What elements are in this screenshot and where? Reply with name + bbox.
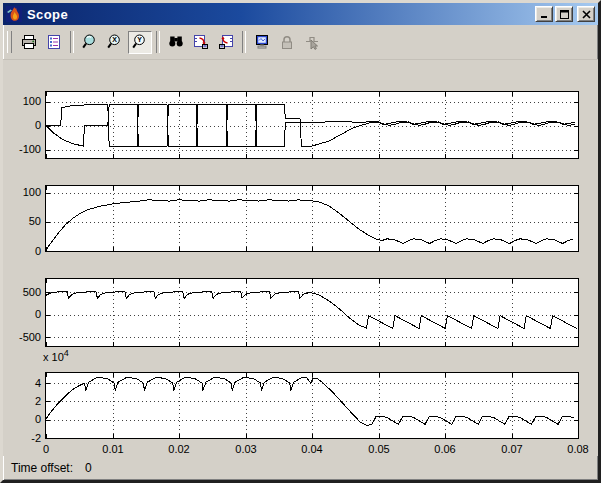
y-tick-label: 100 bbox=[3, 95, 41, 108]
save-axes-icon bbox=[192, 33, 210, 51]
x-tick-label: 0.02 bbox=[157, 443, 201, 456]
scope-axes-3[interactable] bbox=[45, 278, 579, 347]
maximize-icon bbox=[560, 10, 569, 19]
y-tick-label: -100 bbox=[3, 143, 41, 156]
simulink-scope-app-icon bbox=[6, 6, 22, 22]
y-tick-label: 100 bbox=[3, 186, 41, 199]
signal-trace bbox=[46, 105, 575, 147]
floating-scope-button[interactable] bbox=[250, 31, 274, 54]
time-offset-label: Time offset: bbox=[11, 461, 73, 475]
floating-scope-icon bbox=[253, 33, 271, 51]
signal-trace bbox=[46, 200, 573, 250]
zoom-x-icon: X bbox=[106, 33, 124, 51]
parameters-button[interactable] bbox=[42, 31, 66, 54]
plot-canvas bbox=[46, 279, 578, 346]
x-tick-label: 0.08 bbox=[556, 443, 598, 456]
y-tick-label: 0 bbox=[3, 245, 41, 258]
scope-axes-1[interactable] bbox=[45, 91, 579, 159]
svg-text:Y: Y bbox=[137, 36, 142, 43]
save-axes-button[interactable] bbox=[189, 31, 213, 54]
restore-axes-icon bbox=[217, 33, 235, 51]
y-tick-label: 2 bbox=[3, 395, 41, 408]
time-offset-value: 0 bbox=[85, 461, 92, 475]
window-title: Scope bbox=[25, 7, 530, 22]
zoom-y-button[interactable]: Y bbox=[128, 31, 152, 54]
y-tick-label: -500 bbox=[3, 331, 41, 344]
zoom-button[interactable] bbox=[78, 31, 102, 54]
x-tick-label: 0.05 bbox=[357, 443, 401, 456]
minimize-button[interactable] bbox=[535, 6, 553, 22]
signal-selection-icon bbox=[303, 33, 321, 51]
print-button[interactable] bbox=[17, 31, 41, 54]
y-tick-label: 4 bbox=[3, 377, 41, 390]
minimize-icon bbox=[540, 10, 549, 19]
binoculars-icon bbox=[167, 33, 185, 51]
x-tick-label: 0 bbox=[24, 443, 68, 456]
x-tick-label: 0.04 bbox=[290, 443, 334, 456]
signal-trace bbox=[46, 105, 575, 147]
toolbar: X Y bbox=[3, 25, 598, 60]
close-icon bbox=[582, 10, 591, 19]
window-controls bbox=[533, 6, 595, 22]
x-tick-label: 0.06 bbox=[423, 443, 467, 456]
y-tick-label: 500 bbox=[3, 286, 41, 299]
x-tick-label: 0.03 bbox=[224, 443, 268, 456]
lock-axes-button bbox=[275, 31, 299, 54]
toolbar-separator bbox=[242, 31, 246, 53]
lock-icon bbox=[278, 33, 296, 51]
x-tick-label: 0.07 bbox=[490, 443, 534, 456]
maximize-button[interactable] bbox=[555, 6, 573, 22]
x-tick-label: 0.01 bbox=[91, 443, 135, 456]
titlebar[interactable]: Scope bbox=[3, 3, 598, 25]
close-button[interactable] bbox=[577, 6, 595, 22]
zoom-y-icon: Y bbox=[131, 33, 149, 51]
plot-canvas bbox=[46, 373, 578, 438]
printer-icon bbox=[20, 33, 38, 51]
scope-window: Scope bbox=[0, 0, 601, 483]
plot-canvas bbox=[46, 186, 578, 251]
y-axis-multiplier: x 104 bbox=[43, 348, 69, 363]
signal-selection-button bbox=[300, 31, 324, 54]
statusbar: Time offset: 0 bbox=[3, 456, 598, 480]
toolbar-separator bbox=[70, 31, 74, 53]
autoscale-button[interactable] bbox=[164, 31, 188, 54]
plot-canvas bbox=[46, 92, 578, 158]
svg-text:X: X bbox=[112, 36, 117, 43]
figure-area: 1000-1001005005000-500420-200.010.020.03… bbox=[3, 60, 598, 456]
toolbar-grip[interactable] bbox=[7, 31, 12, 53]
y-tick-label: 0 bbox=[3, 119, 41, 132]
zoom-x-button[interactable]: X bbox=[103, 31, 127, 54]
scope-axes-2[interactable] bbox=[45, 185, 579, 252]
parameters-icon bbox=[45, 33, 63, 51]
y-tick-label: 0 bbox=[3, 308, 41, 321]
signal-trace bbox=[46, 291, 577, 328]
scope-axes-4[interactable] bbox=[45, 372, 579, 439]
restore-axes-button[interactable] bbox=[214, 31, 238, 54]
zoom-icon bbox=[81, 33, 99, 51]
y-tick-label: 50 bbox=[3, 215, 41, 228]
toolbar-separator bbox=[156, 31, 160, 53]
y-tick-label: 0 bbox=[3, 413, 41, 426]
